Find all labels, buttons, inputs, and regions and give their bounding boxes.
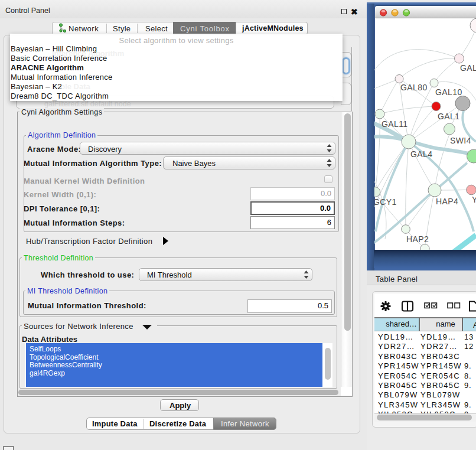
svg-text:GAL11: GAL11 [382,119,408,129]
svg-text:GAL: GAL [460,63,476,73]
svg-text:GAL1: GAL1 [438,112,459,121]
svg-text:HAP4: HAP4 [436,197,458,206]
svg-text:SWI4: SWI4 [450,136,471,145]
svg-text:HAP2: HAP2 [406,234,429,244]
svg-text:GAL10: GAL10 [435,87,462,97]
svg-text:GAL4: GAL4 [410,149,432,159]
svg-text:GAL80: GAL80 [400,83,428,92]
svg-text:Y: Y [472,195,476,204]
svg-text:GCY1: GCY1 [374,197,397,207]
